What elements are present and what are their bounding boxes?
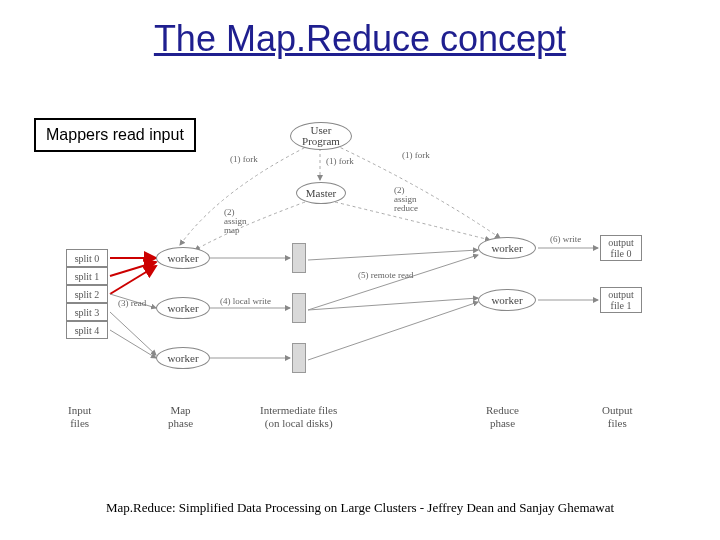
- node-master: Master: [296, 182, 346, 204]
- node-map-worker-2: worker: [156, 347, 210, 369]
- split-1: split 1: [66, 267, 108, 285]
- svg-line-9: [308, 250, 478, 260]
- node-map-worker-1: worker: [156, 297, 210, 319]
- phase-output: Output files: [602, 404, 633, 430]
- citation: Map.Reduce: Simplified Data Processing o…: [0, 500, 720, 516]
- label-fork-2: (1) fork: [326, 156, 354, 166]
- svg-line-2: [110, 266, 156, 294]
- intermediate-0: [292, 243, 306, 273]
- diagram-edges: [60, 130, 660, 460]
- label-assign-reduce: (2) assign reduce: [394, 186, 418, 213]
- phase-input: Input files: [68, 404, 91, 430]
- split-2: split 2: [66, 285, 108, 303]
- phase-intermediate: Intermediate files (on local disks): [260, 404, 337, 430]
- phase-map: Map phase: [168, 404, 193, 430]
- label-fork-3: (1) fork: [402, 150, 430, 160]
- output-file-0: output file 0: [600, 235, 642, 261]
- page-title: The Map.Reduce concept: [0, 18, 720, 60]
- split-4: split 4: [66, 321, 108, 339]
- svg-line-12: [308, 302, 478, 360]
- split-0: split 0: [66, 249, 108, 267]
- label-write: (6) write: [550, 234, 581, 244]
- phase-reduce: Reduce phase: [486, 404, 519, 430]
- svg-line-10: [308, 255, 478, 310]
- label-remote-read: (5) remote read: [358, 270, 413, 280]
- intermediate-2: [292, 343, 306, 373]
- node-map-worker-0: worker: [156, 247, 210, 269]
- output-file-1: output file 1: [600, 287, 642, 313]
- label-read: (3) read: [118, 298, 146, 308]
- node-reduce-worker-0: worker: [478, 237, 536, 259]
- svg-line-11: [308, 298, 478, 310]
- node-reduce-worker-1: worker: [478, 289, 536, 311]
- label-local-write: (4) local write: [220, 296, 271, 306]
- svg-line-1: [110, 262, 156, 276]
- intermediate-1: [292, 293, 306, 323]
- svg-line-4: [110, 312, 156, 355]
- svg-line-5: [110, 330, 156, 358]
- label-assign-map: (2) assign map: [224, 208, 247, 235]
- split-3: split 3: [66, 303, 108, 321]
- label-fork-1: (1) fork: [230, 154, 258, 164]
- node-user-program: User Program: [290, 122, 352, 150]
- mapreduce-diagram: User Program Master worker worker worker…: [60, 130, 660, 460]
